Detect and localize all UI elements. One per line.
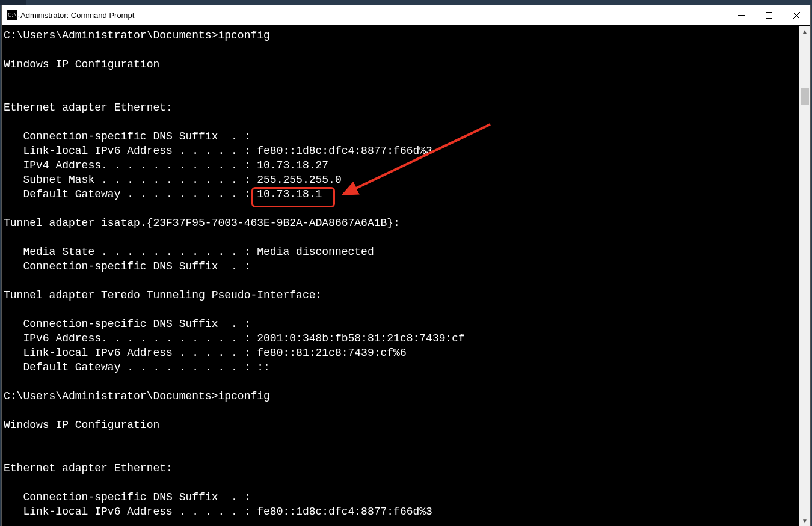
output-line: Link-local IPv6 Address . . . . . : fe80… [4, 145, 432, 157]
output-line: Connection-specific DNS Suffix . : [4, 260, 250, 272]
close-button[interactable] [783, 5, 810, 25]
default-gateway-value: 10.73.18.1 [257, 188, 322, 200]
scrollbar-track[interactable] [799, 37, 810, 515]
output-line: Tunnel adapter isatap.{23F37F95-7003-463… [4, 217, 400, 229]
prompt-line: C:\Users\Administrator\Documents>ipconfi… [4, 390, 270, 402]
output-line: Default Gateway . . . . . . . . . : :: [4, 361, 270, 373]
vertical-scrollbar[interactable]: ▲ ▼ [799, 26, 810, 526]
desktop-fragment [0, 0, 26, 5]
cmd-window: C:\. Administrator: Command Prompt C:\Us… [1, 5, 811, 526]
output-line: Media State . . . . . . . . . . . : Medi… [4, 246, 374, 258]
output-line: Tunnel adapter Teredo Tunneling Pseudo-I… [4, 289, 322, 301]
output-line: Ethernet adapter Ethernet: [4, 102, 173, 114]
cmd-icon: C:\. [7, 10, 17, 20]
output-line: IPv4 Address. . . . . . . . . . . : 10.7… [4, 159, 328, 171]
maximize-button[interactable] [755, 5, 783, 25]
scrollbar-thumb[interactable] [801, 88, 809, 105]
titlebar[interactable]: C:\. Administrator: Command Prompt [2, 5, 810, 26]
scroll-up-arrow-icon[interactable]: ▲ [799, 26, 810, 37]
output-line: Subnet Mask . . . . . . . . . . . : 255.… [4, 174, 342, 186]
window-controls [727, 5, 810, 25]
console-area[interactable]: C:\Users\Administrator\Documents>ipconfi… [2, 26, 810, 526]
output-line: Connection-specific DNS Suffix . : [4, 318, 250, 330]
output-line: IPv6 Address. . . . . . . . . . . : 2001… [4, 332, 465, 344]
output-line: Link-local IPv6 Address . . . . . : fe80… [4, 506, 432, 518]
minimize-button[interactable] [727, 5, 755, 25]
output-line: Link-local IPv6 Address . . . . . : fe80… [4, 347, 407, 359]
output-line: Windows IP Configuration [4, 419, 159, 431]
output-line: Default Gateway . . . . . . . . . : [4, 188, 257, 200]
output-line: Windows IP Configuration [4, 58, 159, 70]
output-line: Connection-specific DNS Suffix . : [4, 130, 250, 142]
console-text[interactable]: C:\Users\Administrator\Documents>ipconfi… [2, 26, 799, 526]
window-title: Administrator: Command Prompt [20, 11, 134, 20]
scroll-down-arrow-icon[interactable]: ▼ [799, 515, 810, 526]
output-line: Ethernet adapter Ethernet: [4, 462, 173, 474]
svg-rect-1 [766, 13, 772, 19]
output-line: Connection-specific DNS Suffix . : [4, 491, 250, 503]
prompt-line: C:\Users\Administrator\Documents>ipconfi… [4, 29, 270, 41]
